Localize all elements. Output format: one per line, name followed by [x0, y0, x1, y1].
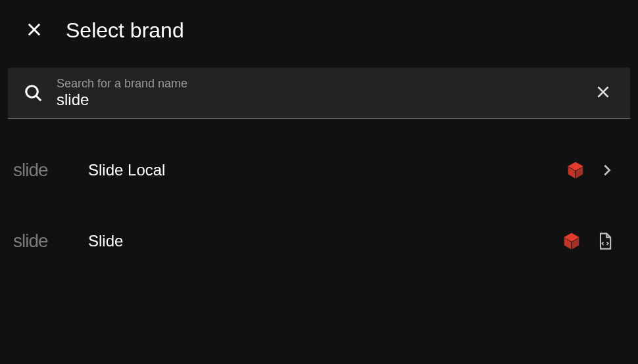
- brand-logo: slide: [13, 160, 72, 181]
- svg-line-3: [36, 95, 41, 101]
- brand-result-item[interactable]: slide Slide Local: [0, 135, 638, 206]
- search-container: Search for a brand name: [8, 68, 630, 119]
- brand-name: Slide Local: [88, 161, 550, 179]
- brand-logo-text: slide: [13, 231, 48, 252]
- package-icon: [566, 160, 585, 180]
- results-list: slide Slide Local slide Slide: [0, 135, 638, 277]
- code-file-icon: [596, 232, 614, 250]
- svg-point-2: [26, 85, 38, 97]
- search-label: Search for a brand name: [57, 77, 579, 91]
- dialog-header: Select brand: [0, 0, 638, 61]
- brand-result-item[interactable]: slide Slide: [0, 206, 638, 277]
- clear-search-button[interactable]: [592, 81, 614, 105]
- close-icon: [25, 20, 43, 41]
- brand-logo-text: slide: [13, 160, 48, 181]
- search-input[interactable]: [57, 91, 579, 109]
- chevron-right-icon: [600, 163, 614, 177]
- result-icons: [566, 160, 614, 180]
- brand-name: Slide: [88, 232, 546, 250]
- close-button[interactable]: [24, 20, 45, 41]
- close-icon: [595, 83, 612, 102]
- package-icon: [562, 231, 581, 251]
- search-icon: [24, 83, 43, 103]
- dialog-title: Select brand: [66, 18, 184, 43]
- brand-logo: slide: [13, 231, 72, 252]
- search-field-wrap: Search for a brand name: [57, 77, 579, 109]
- result-icons: [562, 231, 614, 251]
